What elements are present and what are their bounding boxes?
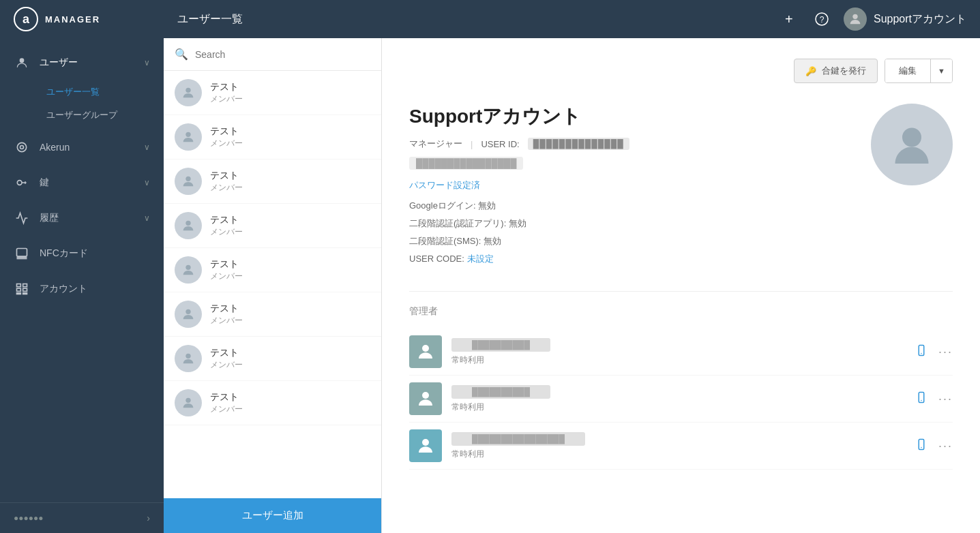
user-code-label: USER CODE:	[409, 254, 464, 264]
manager-actions: ···	[915, 438, 953, 453]
add-button[interactable]: +	[778, 8, 800, 30]
list-item[interactable]: テスト メンバー	[164, 71, 381, 115]
table-row: ██████████ 常時利用 ···	[409, 376, 953, 423]
search-icon: 🔍	[175, 48, 188, 61]
manager-actions: ···	[915, 344, 953, 359]
history-nav-icon	[14, 210, 30, 226]
key-icon: 🔑	[805, 66, 816, 76]
main-content: 🔑 合鍵を発行 編集 ▼ Supportアカウント マネージャー | USER …	[382, 38, 980, 533]
search-bar: 🔍	[164, 38, 381, 71]
svg-point-16	[185, 88, 190, 93]
user-code-row: USER CODE: 未設定	[409, 253, 844, 265]
manager-name-text: ██████████	[451, 338, 550, 352]
list-item[interactable]: テスト メンバー	[164, 381, 381, 425]
user-email: ████████████████	[409, 157, 523, 170]
sidebar-item-akerun[interactable]: Akerun ∨	[0, 130, 164, 165]
svg-point-25	[422, 345, 429, 352]
svg-point-33	[921, 447, 922, 448]
user-avatar-small	[175, 79, 202, 106]
svg-point-17	[185, 132, 190, 137]
more-options-button[interactable]: ···	[938, 439, 953, 453]
sidebar-item-history[interactable]: 履歴 ∨	[0, 200, 164, 236]
main-layout: ユーザー ∨ ユーザー一覧 ユーザーグループ	[0, 38, 980, 533]
user-avatar-large	[871, 104, 953, 185]
sidebar-item-nfc[interactable]: NFCカード	[0, 236, 164, 271]
user-name: テスト	[210, 81, 243, 93]
list-item[interactable]: テスト メンバー	[164, 292, 381, 337]
issue-key-label: 合鍵を発行	[822, 65, 866, 77]
help-button[interactable]: ?	[811, 8, 833, 30]
sidebar-item-account[interactable]: アカウント	[0, 271, 164, 307]
more-options-button[interactable]: ···	[938, 392, 953, 406]
list-item[interactable]: テスト メンバー	[164, 204, 381, 248]
phone-icon[interactable]	[915, 391, 927, 406]
sidebar-item-user-list[interactable]: ユーザー一覧	[40, 80, 164, 104]
akerun-nav-icon	[14, 139, 30, 155]
avatar-icon	[181, 307, 196, 322]
phone-icon[interactable]	[915, 438, 927, 453]
svg-point-20	[185, 265, 190, 270]
sidebar-item-keys[interactable]: 鍵 ∨	[0, 165, 164, 200]
user-profile: Supportアカウント マネージャー | USER ID: █████████…	[409, 104, 953, 271]
list-item[interactable]: テスト メンバー	[164, 115, 381, 159]
user-avatar-small	[175, 256, 202, 284]
two-factor-app-setting: 二段階認証(認証アプリ): 無効	[409, 217, 844, 230]
edit-button[interactable]: 編集	[885, 59, 930, 82]
user-info: テスト メンバー	[210, 214, 243, 238]
avatar-icon	[181, 262, 196, 277]
search-input[interactable]	[195, 49, 370, 60]
svg-rect-7	[17, 249, 27, 257]
manager-name: ████████████████ 常時利用	[451, 432, 906, 460]
user-info: テスト メンバー	[210, 303, 243, 326]
more-options-button[interactable]: ···	[938, 345, 953, 359]
avatar-icon	[181, 395, 196, 410]
svg-point-30	[921, 400, 922, 401]
svg-point-23	[185, 398, 190, 403]
svg-point-31	[422, 439, 429, 446]
akerun-chevron-icon: ∨	[144, 142, 150, 152]
svg-point-3	[20, 58, 25, 63]
user-account[interactable]: Supportアカウント	[844, 7, 966, 31]
phone-icon[interactable]	[915, 344, 927, 359]
user-role: メンバー	[210, 359, 243, 371]
manager-usage: 常時利用	[451, 401, 906, 413]
svg-text:?: ?	[820, 15, 825, 25]
manager-name-text: ████████████████	[451, 432, 585, 446]
users-chevron-icon: ∨	[144, 58, 150, 67]
user-info: テスト メンバー	[210, 258, 243, 282]
list-item[interactable]: テスト メンバー	[164, 159, 381, 204]
avatar-icon	[181, 174, 196, 189]
password-status-link[interactable]: パスワード設定済	[409, 179, 844, 192]
user-info: テスト メンバー	[210, 391, 243, 415]
svg-point-4	[17, 142, 26, 151]
sidebar-footer-text: ●●●●●●	[14, 513, 44, 523]
issue-key-button[interactable]: 🔑 合鍵を発行	[794, 59, 878, 83]
svg-point-19	[185, 221, 190, 226]
sidebar-item-user-groups[interactable]: ユーザーグループ	[40, 104, 164, 127]
avatar-icon	[181, 351, 196, 366]
add-user-button[interactable]: ユーザー追加	[164, 498, 381, 533]
user-avatar-small	[175, 301, 202, 328]
user-avatar-small	[175, 168, 202, 195]
user-role: メンバー	[210, 403, 243, 415]
user-avatar-small	[175, 123, 202, 151]
user-id-label: USER ID:	[481, 139, 519, 149]
sidebar-users-label: ユーザー	[40, 57, 134, 69]
svg-point-21	[185, 309, 190, 314]
list-item[interactable]: テスト メンバー	[164, 337, 381, 381]
list-item[interactable]: テスト メンバー	[164, 248, 381, 292]
user-info: テスト メンバー	[210, 125, 243, 149]
account-nav-icon	[14, 281, 30, 297]
sidebar-footer-chevron-icon: ›	[147, 513, 150, 523]
key-nav-icon	[14, 174, 30, 191]
svg-rect-11	[23, 284, 27, 287]
history-chevron-icon: ∨	[144, 213, 150, 223]
edit-dropdown-button[interactable]: ▼	[930, 59, 952, 82]
sidebar-item-users[interactable]: ユーザー ∨	[0, 45, 164, 80]
user-role: マネージャー	[409, 138, 462, 150]
logo-section: a MANAGER	[14, 7, 177, 31]
user-info: テスト メンバー	[210, 347, 243, 371]
content-header: 🔑 合鍵を発行 編集 ▼	[409, 59, 953, 83]
sidebar-footer[interactable]: ●●●●●● ›	[0, 502, 164, 533]
user-code-value: 未設定	[467, 254, 494, 264]
